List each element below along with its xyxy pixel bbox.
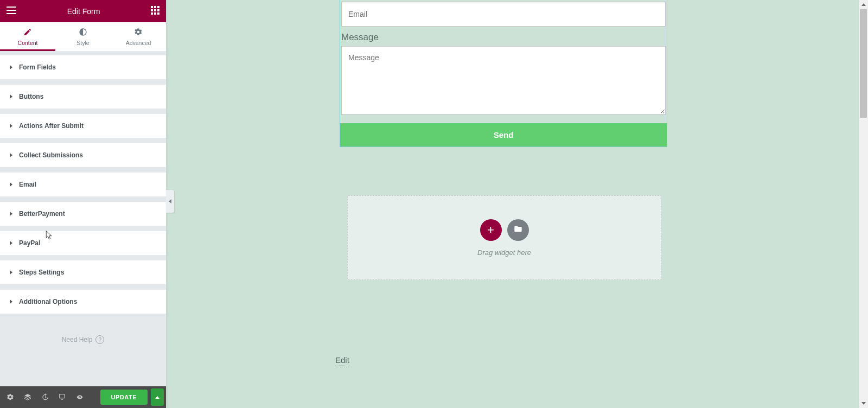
section-label: Additional Options [19,298,77,305]
history-button[interactable] [37,389,53,405]
section-email[interactable]: Email [0,173,166,196]
caret-right-icon [10,65,12,69]
drop-zone-buttons: + [480,219,529,241]
section-steps-settings[interactable]: Steps Settings [0,260,166,284]
tab-advanced[interactable]: Advanced [111,22,166,49]
section-collect-submissions[interactable]: Collect Submissions [0,143,166,167]
editor-sidebar: Edit Form Content Style Advanced Form Fi… [0,0,166,408]
tab-style[interactable]: Style [55,22,111,49]
section-label: Form Fields [19,63,56,71]
section-actions-after-submit[interactable]: Actions After Submit [0,114,166,138]
section-buttons[interactable]: Buttons [0,85,166,109]
tab-label: Advanced [126,40,151,46]
section-betterpayment[interactable]: BetterPayment [0,202,166,226]
contrast-icon [79,28,87,40]
caret-right-icon [10,270,12,275]
help-icon: ? [95,335,104,344]
caret-right-icon [10,212,12,216]
section-label: PayPal [19,239,40,247]
tab-label: Content [18,40,38,46]
template-library-button[interactable] [507,219,529,241]
plus-icon: + [487,223,494,237]
caret-right-icon [10,153,12,157]
add-widget-button[interactable]: + [480,219,502,241]
svg-rect-0 [7,7,16,8]
svg-rect-10 [154,12,156,15]
caret-right-icon [10,94,12,99]
canvas: Message Send + Drag widget here Edit [166,0,859,408]
vertical-scrollbar[interactable] [859,0,868,408]
svg-rect-8 [157,9,159,11]
caret-right-icon [10,124,12,128]
editor-sections: Form Fields Buttons Actions After Submit… [0,51,166,386]
svg-rect-1 [7,10,16,11]
editor-tabs: Content Style Advanced [0,22,166,51]
folder-icon [514,225,522,235]
section-label: Collect Submissions [19,151,83,159]
responsive-button[interactable] [54,389,71,405]
update-label: UPDATE [111,394,137,400]
navigator-button[interactable] [20,389,36,405]
preview-button[interactable] [72,389,88,405]
send-button[interactable]: Send [340,123,667,146]
gear-icon [134,28,143,40]
section-form-fields[interactable]: Form Fields [0,55,166,79]
scroll-thumb[interactable] [860,9,867,118]
svg-rect-9 [151,12,153,15]
message-label: Message [340,27,667,46]
pencil-icon [23,28,32,40]
edit-link[interactable]: Edit [335,355,349,366]
section-label: BetterPayment [19,210,65,218]
sidebar-title: Edit Form [16,7,151,16]
settings-button[interactable] [2,389,18,405]
hamburger-icon[interactable] [7,7,16,16]
tab-label: Style [76,40,89,46]
sidebar-bottom-bar: UPDATE [0,386,166,408]
need-help-label: Need Help [62,336,93,343]
scroll-down-button[interactable] [859,399,868,408]
section-label: Buttons [19,93,43,100]
section-additional-options[interactable]: Additional Options [0,290,166,314]
widget-drop-zone[interactable]: + Drag widget here [347,195,661,280]
section-label: Actions After Submit [19,122,84,130]
email-input[interactable] [341,2,666,27]
need-help-link[interactable]: Need Help ? [0,319,166,366]
svg-rect-3 [151,6,153,8]
caret-right-icon [10,182,12,187]
section-label: Steps Settings [19,269,64,276]
section-paypal[interactable]: PayPal [0,231,166,255]
scroll-up-button[interactable] [859,0,868,9]
svg-rect-6 [151,9,153,11]
form-widget[interactable]: Message Send [340,0,667,146]
drop-zone-hint: Drag widget here [477,248,531,257]
caret-right-icon [10,299,12,304]
section-label: Email [19,181,36,188]
message-textarea[interactable] [341,46,666,114]
update-button[interactable]: UPDATE [100,390,148,405]
tab-content[interactable]: Content [0,22,55,51]
svg-rect-5 [157,6,159,8]
svg-rect-11 [157,12,159,15]
svg-rect-2 [7,13,16,14]
scroll-track[interactable] [859,9,868,399]
svg-rect-7 [154,9,156,11]
update-options-button[interactable] [151,388,164,406]
elements-grid-icon[interactable] [151,6,159,17]
sidebar-header: Edit Form [0,0,166,22]
svg-rect-4 [154,6,156,8]
caret-right-icon [10,241,12,245]
